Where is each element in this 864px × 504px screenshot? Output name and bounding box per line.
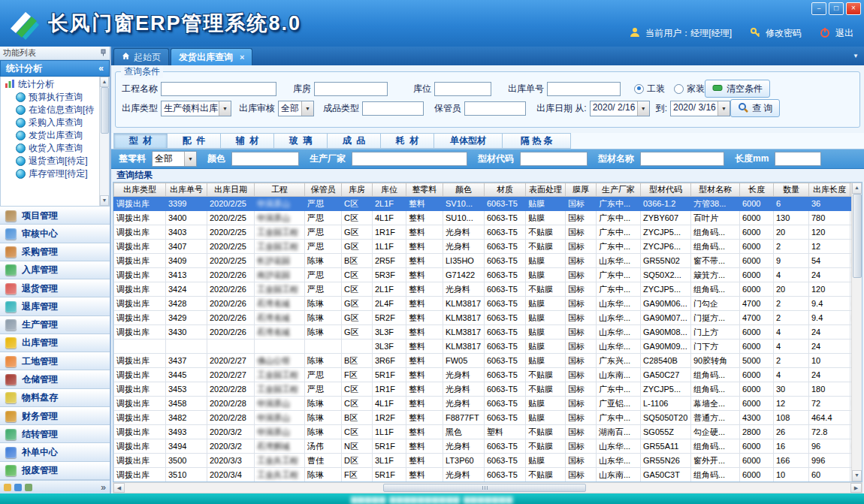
column-header[interactable]: 库房 bbox=[342, 183, 373, 197]
minimize-button[interactable]: － bbox=[811, 2, 826, 15]
tab-active[interactable]: 发货出库查询× bbox=[171, 48, 252, 65]
table-horizontal-scrollbar[interactable]: ◀ ▶ bbox=[113, 482, 862, 493]
change-password-link[interactable]: 修改密码 bbox=[766, 27, 802, 40]
column-header[interactable]: 型材名称 bbox=[691, 183, 740, 197]
column-header[interactable]: 膜厚 bbox=[566, 183, 597, 197]
table-row[interactable]: 调拨出库34092020/2/25长沙花园陈琳B区2R5F整料LI35HO606… bbox=[114, 254, 863, 268]
column-header[interactable]: 颜色 bbox=[443, 183, 485, 197]
tree-item[interactable]: 收货入库查询 bbox=[1, 142, 109, 155]
column-header[interactable]: 生产厂家 bbox=[597, 183, 641, 197]
table-row[interactable]: 调拨出库34072020/2/25工业园工程严思G区1L1F整料光身料6063-… bbox=[114, 240, 863, 254]
table-row[interactable]: 调拨出库34822020/2/28华润原山陈琳B区1R2F整料F8877FT60… bbox=[114, 411, 863, 425]
sidebar-item[interactable]: 出库管理 bbox=[0, 334, 110, 352]
disk-icon[interactable] bbox=[25, 484, 32, 491]
column-header[interactable]: 材质 bbox=[485, 183, 526, 197]
length-input[interactable] bbox=[775, 152, 821, 166]
column-header[interactable]: 出库长度 bbox=[809, 183, 850, 197]
column-header[interactable]: 整零料 bbox=[406, 183, 443, 197]
maximize-button[interactable]: □ bbox=[829, 2, 844, 15]
footer-more-button[interactable]: » bbox=[101, 482, 106, 493]
close-tab-icon[interactable]: × bbox=[240, 53, 244, 62]
workwear-radio[interactable] bbox=[634, 84, 644, 94]
scroll-right-icon[interactable]: ▶ bbox=[850, 483, 862, 493]
folder-icon[interactable] bbox=[4, 484, 11, 491]
material-tab[interactable]: 单体型材 bbox=[434, 133, 503, 149]
column-header[interactable]: 长度 bbox=[740, 183, 774, 197]
outbound-type-select[interactable]: 生产领料出库 ▼ bbox=[161, 101, 231, 116]
table-row[interactable]: 调拨出库34582020/2/28华润原山陈琳C区4L1F整料光身料6063-T… bbox=[114, 397, 863, 411]
table-row[interactable]: 调拨出库34292020/2/26石湾名城陈琳G区5R2F整料KLM381760… bbox=[114, 311, 863, 325]
table-row[interactable]: 调拨出库34452020/2/27工业园工程严思F区5R1F整料光身料6063-… bbox=[114, 368, 863, 382]
material-tab[interactable]: 辅 材 bbox=[221, 133, 274, 149]
scroll-down-icon[interactable]: ▼ bbox=[852, 470, 862, 481]
location-input[interactable] bbox=[434, 82, 491, 96]
warehouse-input[interactable] bbox=[314, 82, 388, 96]
sidebar-item[interactable]: 物料盘存 bbox=[0, 389, 110, 407]
logout-button[interactable]: 退出 bbox=[835, 27, 853, 40]
sidebar-item[interactable]: 生产管理 bbox=[0, 316, 110, 334]
tree-item[interactable]: 预算执行查询 bbox=[1, 91, 109, 104]
pin-icon[interactable] bbox=[100, 49, 107, 58]
column-header[interactable]: 保管员 bbox=[305, 183, 342, 197]
close-button[interactable]: × bbox=[846, 2, 861, 15]
tree-item[interactable]: 库存管理[待定] bbox=[1, 167, 109, 180]
sidebar-item[interactable]: 补单中心 bbox=[0, 443, 110, 461]
tree-item[interactable]: 采购入库查询 bbox=[1, 116, 109, 129]
material-tab[interactable]: 耗 材 bbox=[381, 133, 434, 149]
sidebar-item[interactable]: 采购管理 bbox=[0, 243, 110, 261]
column-header[interactable]: 工程 bbox=[255, 183, 305, 197]
table-row[interactable]: 调拨出库34242020/2/26工业园工程严思C区2L1F整料光身料6063-… bbox=[114, 282, 863, 297]
order-no-input[interactable] bbox=[547, 82, 621, 96]
sidebar-item[interactable]: 退货管理 bbox=[0, 279, 110, 297]
table-row[interactable]: 调拨出库34032020/2/25工业园工程严思G区1R1F整料光身料6063-… bbox=[114, 225, 863, 240]
table-row[interactable]: 调拨出库34302020/2/26石湾名城陈琳G区3L3F整料KLM381760… bbox=[114, 325, 863, 340]
scroll-left-icon[interactable]: ◀ bbox=[113, 483, 125, 493]
manufacturer-input[interactable] bbox=[352, 152, 467, 166]
material-tab[interactable]: 隔 热 条 bbox=[503, 133, 571, 149]
homewear-radio[interactable] bbox=[674, 84, 684, 94]
sidebar-item[interactable]: 财务管理 bbox=[0, 407, 110, 425]
column-header[interactable]: 表面处理 bbox=[526, 183, 566, 197]
material-tab[interactable]: 成 品 bbox=[328, 133, 381, 149]
column-header[interactable]: 出库单号 bbox=[166, 183, 207, 197]
tree-item[interactable]: 退货查询[待定] bbox=[1, 155, 109, 167]
table-row[interactable]: 调拨出库35002020/3/3工业共工程曹佳D区3L1F整料LT3P60606… bbox=[114, 454, 863, 468]
tree-item[interactable]: 发货出库查询 bbox=[1, 129, 109, 142]
column-header[interactable]: 型材代码 bbox=[641, 183, 691, 197]
tree-root[interactable]: 统计分析 bbox=[1, 78, 109, 91]
column-header[interactable]: 出库类型 bbox=[114, 183, 166, 197]
sidebar-item[interactable]: 项目管理 bbox=[0, 207, 110, 225]
table-row[interactable]: 调拨出库34002020/2/25华润原山严思C区4L1F整料SU10...60… bbox=[114, 211, 863, 225]
sidebar-item[interactable]: 工地管理 bbox=[0, 352, 110, 370]
keeper-input[interactable] bbox=[464, 101, 526, 116]
sidebar-item[interactable]: 入库管理 bbox=[0, 261, 110, 279]
table-row[interactable]: 调拨出库34372020/2/27佛山公馆陈琳B区3R6F整料FW056063-… bbox=[114, 354, 863, 368]
profile-code-input[interactable] bbox=[520, 152, 588, 166]
column-header[interactable]: 库位 bbox=[373, 183, 406, 197]
sidebar-item[interactable]: 退库管理 bbox=[0, 297, 110, 315]
product-type-input[interactable] bbox=[362, 101, 424, 116]
sidebar-item[interactable]: 结转管理 bbox=[0, 425, 110, 443]
table-row[interactable]: 调拨出库35102020/3/4工业共工程陈琳F区5R1F整料光身料6063-T… bbox=[114, 468, 863, 482]
project-name-input[interactable] bbox=[161, 82, 276, 96]
date-from-picker[interactable]: 2020/ 2/16 ▼ bbox=[590, 101, 650, 116]
profile-name-input[interactable] bbox=[640, 152, 724, 166]
table-row[interactable]: 调拨出库34132020/2/26南沙花园严思C区5R3F整料G71422606… bbox=[114, 268, 863, 282]
sidebar-item[interactable]: 报废管理 bbox=[0, 462, 110, 480]
table-row[interactable]: 调拨出库34942020/3/2石湾辉城汤伟N区5R1F整料光身料6063-T5… bbox=[114, 439, 863, 454]
color-input[interactable] bbox=[231, 152, 299, 166]
table-row[interactable]: 调拨出库34282020/2/26石湾名城陈琳G区2L4F整料KLM381760… bbox=[114, 297, 863, 311]
table-row[interactable]: 调拨出库33992020/2/25华润原山严思C区2L1F整料SV10...60… bbox=[114, 197, 863, 211]
clear-conditions-button[interactable]: 清空条件 bbox=[705, 80, 770, 98]
sidebar-item[interactable]: 仓储管理 bbox=[0, 370, 110, 388]
table-row[interactable]: 3L3F整料KLM38176063-T5贴膜国标山东华...GA90M09...… bbox=[114, 340, 863, 354]
column-header[interactable]: 数量 bbox=[774, 183, 809, 197]
table-row[interactable]: 调拨出库34932020/3/2华润原山陈琳C区1L1F整料黑色塑料不贴膜国标湖… bbox=[114, 425, 863, 439]
sidebar-section-statistics[interactable]: 统计分析 « bbox=[0, 60, 110, 77]
tree-scrollbar[interactable]: ▲ ▼ bbox=[99, 77, 109, 206]
material-tab[interactable]: 玻 璃 bbox=[274, 133, 328, 149]
monitor-icon[interactable] bbox=[14, 484, 22, 491]
horizontal-scroll-thumb[interactable] bbox=[383, 484, 587, 492]
tab-item[interactable]: 起始页 bbox=[113, 48, 169, 65]
material-tab[interactable]: 配 件 bbox=[168, 133, 221, 149]
